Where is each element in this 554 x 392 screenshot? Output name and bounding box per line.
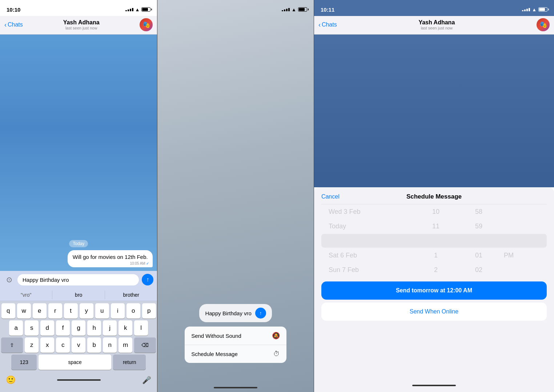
key-h[interactable]: h <box>87 320 101 336</box>
message-preview-bubble: Happy Birthday vro ↑ <box>199 304 272 322</box>
sheet-title: Schedule Message <box>350 193 518 200</box>
picker-hour-row-1: 10 <box>432 205 439 219</box>
key-j[interactable]: j <box>103 320 117 336</box>
picker-ampm-row-4: PM <box>504 248 514 262</box>
key-a[interactable]: a <box>9 320 23 336</box>
keyboard-row-3: ⇧ z x c v b n m ⌫ <box>1 337 156 353</box>
phone3-screen: 10:11 ▲ ‹ Chats Yash Adhana last seen ju… <box>314 0 554 392</box>
autocorrect-bar: "vro" bro brother <box>0 288 157 301</box>
key-u[interactable]: u <box>95 303 109 319</box>
key-r[interactable]: r <box>48 303 62 319</box>
key-l[interactable]: l <box>134 320 148 336</box>
keyboard-row-1: q w e r t y u i o p <box>1 303 156 319</box>
avatar[interactable]: 🎭 <box>537 18 550 31</box>
key-q[interactable]: q <box>1 303 15 319</box>
contact-name: Yash Adhana <box>63 19 100 26</box>
cancel-button[interactable]: Cancel <box>321 193 350 200</box>
popup-item-send-without-sound[interactable]: Send Without Sound 🔕 <box>185 327 286 345</box>
popup-item-schedule[interactable]: Schedule Message ⏱ <box>185 345 286 363</box>
send-online-button[interactable]: Send When Online <box>321 303 547 321</box>
battery-icon <box>538 7 547 12</box>
key-f[interactable]: f <box>56 320 70 336</box>
key-delete[interactable]: ⌫ <box>134 337 156 353</box>
picker-hour-row-5: 2 <box>434 263 438 277</box>
key-z[interactable]: z <box>25 337 39 353</box>
phone1-status-icons: ▲ <box>125 7 151 12</box>
key-x[interactable]: x <box>40 337 54 353</box>
input-bar: ⊙ ↑ <box>0 271 157 288</box>
back-label[interactable]: Chats <box>322 21 337 28</box>
wifi-icon: ▲ <box>135 7 140 12</box>
key-return[interactable]: return <box>113 355 146 370</box>
key-s[interactable]: s <box>25 320 39 336</box>
checkmark-icon: ✓ <box>146 261 149 265</box>
picker-minute-row-1: 58 <box>475 205 482 219</box>
key-n[interactable]: n <box>103 337 117 353</box>
picker-date-row-2: Today <box>329 219 346 233</box>
picker-minute-row-4: 01 <box>475 248 482 262</box>
wifi-icon: ▲ <box>532 7 537 12</box>
phone2-screen: ▲ Happy Birthday vro ↑ Send Without Soun… <box>157 0 313 392</box>
key-d[interactable]: d <box>40 320 54 336</box>
battery-icon <box>298 7 307 12</box>
picker-date-column: Tue 2 Feb Wed 3 Feb Today Fri 5 Feb Sat … <box>321 204 414 277</box>
send-button[interactable]: ↑ <box>142 274 153 285</box>
key-e[interactable]: e <box>33 303 47 319</box>
phone1-screen: 10:10 ▲ ‹ Chats Yash Adhana last seen ju… <box>0 0 157 392</box>
attach-button[interactable]: ⊙ <box>4 274 15 285</box>
picker-minute-column: 57 58 59 00 01 02 03 <box>457 204 500 277</box>
date-time-picker[interactable]: Tue 2 Feb Wed 3 Feb Today Fri 5 Feb Sat … <box>314 204 554 277</box>
mute-icon: 🔕 <box>272 332 280 340</box>
back-label[interactable]: Chats <box>8 21 23 28</box>
back-button[interactable]: ‹ Chats <box>4 21 23 29</box>
send-tomorrow-button[interactable]: Send tomorrow at 12:00 AM <box>321 281 547 300</box>
emoji-button[interactable]: 🙂 <box>6 375 16 385</box>
message-text: Will go for movies on 12th Feb. <box>73 254 148 260</box>
key-v[interactable]: v <box>72 337 85 353</box>
message-input[interactable] <box>17 274 139 285</box>
key-y[interactable]: y <box>80 303 93 319</box>
avatar[interactable]: 🎭 <box>140 18 153 31</box>
picker-date-row-1: Wed 3 Feb <box>329 205 361 219</box>
chat-area: Today Will go for movies on 12th Feb. 10… <box>0 35 157 271</box>
picker-ampm-column: AM PM <box>500 204 547 277</box>
key-k[interactable]: k <box>119 320 132 336</box>
key-g[interactable]: g <box>72 320 85 336</box>
schedule-sheet: Cancel Schedule Message Tue 2 Feb Wed 3 … <box>314 187 554 382</box>
key-i[interactable]: i <box>111 303 125 319</box>
last-seen: last seen just now <box>65 26 97 30</box>
phone3-status-bar: 10:11 ▲ <box>314 0 554 16</box>
phone2-status-icons: ▲ <box>282 7 307 12</box>
picker-columns: Tue 2 Feb Wed 3 Feb Today Fri 5 Feb Sat … <box>321 204 547 277</box>
key-space[interactable]: space <box>39 355 111 370</box>
picker-date-row-4: Sat 6 Feb <box>329 248 357 262</box>
back-button[interactable]: ‹ Chats <box>318 21 337 29</box>
autocorrect-item-2[interactable]: brother <box>105 291 157 299</box>
message-preview-text: Happy Birthday vro <box>205 310 252 316</box>
sheet-header: Cancel Schedule Message <box>321 187 547 204</box>
key-w[interactable]: w <box>17 303 31 319</box>
picker-date-row-3: Fri 5 Feb <box>329 234 361 248</box>
message-time: 10:05 AM ✓ <box>130 261 149 265</box>
autocorrect-item-0[interactable]: "vro" <box>0 291 52 299</box>
back-chevron-icon: ‹ <box>4 21 7 29</box>
signal-icon <box>125 8 133 11</box>
autocorrect-item-1[interactable]: bro <box>52 291 105 299</box>
home-indicator <box>214 387 257 388</box>
key-123[interactable]: 123 <box>11 355 37 370</box>
key-p[interactable]: p <box>142 303 156 319</box>
picker-date-row-5: Sun 7 Feb <box>329 263 359 277</box>
last-seen: last seen just now <box>421 26 453 30</box>
microphone-button[interactable]: 🎤 <box>142 376 151 384</box>
phone1-nav-bar: ‹ Chats Yash Adhana last seen just now 🎭 <box>0 16 157 35</box>
schedule-icon: ⏱ <box>273 350 280 358</box>
key-m[interactable]: m <box>119 337 132 353</box>
keyboard: q w e r t y u i o p a s d f g h j k l ⇧ … <box>0 301 157 373</box>
key-b[interactable]: b <box>87 337 101 353</box>
key-shift[interactable]: ⇧ <box>1 337 23 353</box>
picker-hour-column: 9 10 11 12 1 2 3 <box>414 204 457 277</box>
key-o[interactable]: o <box>127 303 140 319</box>
key-c[interactable]: c <box>56 337 70 353</box>
key-t[interactable]: t <box>64 303 78 319</box>
send-preview-button[interactable]: ↑ <box>255 308 266 319</box>
